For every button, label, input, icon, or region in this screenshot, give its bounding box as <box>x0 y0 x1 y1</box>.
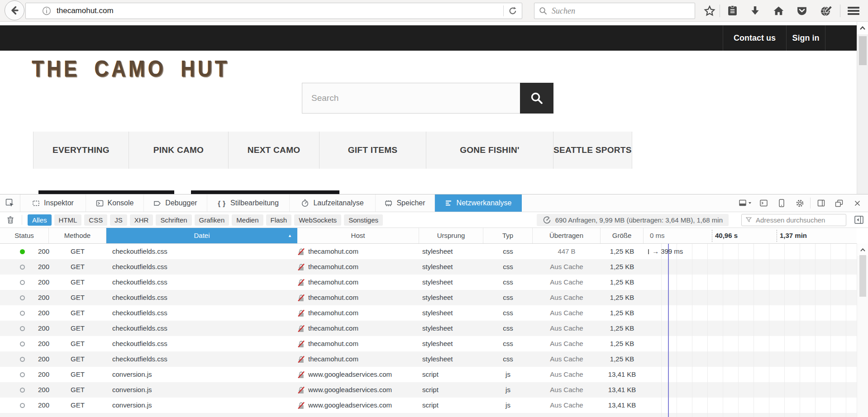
nav-item[interactable]: GONE FISHIN' <box>426 132 553 169</box>
request-filter-input[interactable] <box>755 216 842 224</box>
filter-pill[interactable]: Schriften <box>156 214 191 226</box>
close-devtools-button[interactable] <box>848 194 866 212</box>
request-size: 1,25 KB <box>601 275 644 290</box>
filter-pill[interactable]: Medien <box>232 214 263 226</box>
timeline-divider <box>712 230 712 242</box>
request-transferred: Aus Cache <box>533 413 601 417</box>
home-button[interactable] <box>769 0 787 22</box>
column-header-size[interactable]: Größe <box>601 228 644 243</box>
request-host: thecamohut.com <box>298 305 358 321</box>
filter-pill[interactable]: JS <box>110 214 127 226</box>
site-search-field[interactable] <box>302 83 520 114</box>
column-header-timeline[interactable]: 0 ms 40,96 s 1,37 min <box>644 228 857 243</box>
tab-inspector[interactable]: Inspektor <box>20 194 86 212</box>
filter-pill[interactable]: WebSockets <box>294 214 341 226</box>
url-input[interactable] <box>56 6 503 16</box>
tab-console[interactable]: Konsole <box>86 194 144 212</box>
phone-icon <box>778 199 785 207</box>
request-method: GET <box>49 413 106 417</box>
request-type: css <box>483 321 533 336</box>
nav-item[interactable]: NEXT CAMO <box>228 132 319 169</box>
scroll-up-button[interactable] <box>857 243 868 256</box>
request-transferred: 447 B <box>533 244 601 259</box>
request-host: thecamohut.com <box>298 336 358 351</box>
nav-item[interactable]: EVERYTHING <box>33 132 129 169</box>
pocket-button[interactable] <box>793 0 811 22</box>
tab-performance[interactable]: Laufzeitanalyse <box>290 194 376 212</box>
request-filter-box[interactable] <box>741 214 846 226</box>
tab-style-editor[interactable]: { } Stilbearbeitung <box>207 194 290 212</box>
browser-search-input[interactable] <box>551 6 690 16</box>
nav-item[interactable]: GIFT ITEMS <box>319 132 426 169</box>
scrollbar-thumb[interactable] <box>859 36 867 65</box>
column-header-host[interactable]: Host <box>297 228 419 243</box>
back-button[interactable] <box>5 0 24 20</box>
status-indicator <box>20 413 25 417</box>
nav-item[interactable]: SEATTLE SPORTS <box>553 132 632 169</box>
status-indicator <box>20 336 25 351</box>
scroll-up-button[interactable] <box>857 22 868 34</box>
request-cause: stylesheet <box>422 321 453 336</box>
site-search-input[interactable] <box>302 93 520 104</box>
request-cause: script <box>422 382 439 398</box>
network-summary[interactable]: 690 Anfragen, 9,99 MB (übertragen: 3,64 … <box>537 214 729 226</box>
column-header-cause[interactable]: Ursprung <box>419 228 483 243</box>
site-top-bar: Contact us Sign in <box>0 25 857 51</box>
dock-mode-button[interactable] <box>736 194 754 212</box>
extension-globe-button[interactable] <box>817 0 835 22</box>
url-bar[interactable] <box>25 3 522 19</box>
responsive-design-button[interactable] <box>773 194 791 212</box>
filter-pill[interactable]: Grafiken <box>195 214 229 226</box>
downloads-button[interactable] <box>746 0 764 22</box>
column-header-status[interactable]: Status <box>0 228 49 243</box>
nav-item[interactable]: PINK CAMO <box>129 132 228 169</box>
browser-search-box[interactable] <box>534 3 695 19</box>
status-dot-icon <box>20 249 25 254</box>
bookmarks-menu-button[interactable] <box>723 0 741 22</box>
status-code: 200 <box>38 398 49 413</box>
site-identity-icon[interactable] <box>42 6 51 15</box>
page-content-sliver <box>191 190 339 194</box>
contact-us-link[interactable]: Contact us <box>723 25 786 51</box>
split-console-button[interactable] <box>754 194 773 212</box>
filter-pill[interactable]: HTML <box>54 214 82 226</box>
bookmark-star-button[interactable] <box>701 0 719 22</box>
filter-pill[interactable]: XHR <box>130 214 153 226</box>
reload-button[interactable] <box>504 6 522 15</box>
column-header-type[interactable]: Typ <box>483 228 533 243</box>
sidebar-toggle-button[interactable] <box>812 194 830 212</box>
request-cause: script <box>422 398 439 413</box>
separate-window-button[interactable] <box>830 194 848 212</box>
site-logo[interactable]: THE CAMO HUT <box>32 56 229 81</box>
tab-network[interactable]: Netzwerkanalyse <box>435 194 522 212</box>
tab-debugger[interactable]: Debugger <box>144 194 207 212</box>
status-indicator <box>20 244 25 259</box>
column-header-transferred[interactable]: Übertragen <box>533 228 601 243</box>
request-type: js <box>483 382 533 398</box>
page-scrollbar[interactable] <box>857 22 868 194</box>
menu-button[interactable] <box>844 0 863 22</box>
column-header-file[interactable]: Datei ▲ <box>106 228 297 243</box>
host-name: thecamohut.com <box>308 305 358 321</box>
chevron-up-icon <box>860 248 866 252</box>
column-header-method[interactable]: Methode <box>49 228 106 243</box>
site-nav: EVERYTHING PINK CAMO NEXT CAMO GIFT ITEM… <box>33 132 632 169</box>
site-search-button[interactable] <box>520 83 553 114</box>
request-file: checkoutfields.css <box>112 275 167 290</box>
filter-pill[interactable]: Flash <box>266 214 292 226</box>
toggle-details-pane-button[interactable] <box>854 216 863 224</box>
tab-memory[interactable]: Speicher <box>376 194 435 212</box>
status-indicator <box>20 351 25 367</box>
clear-requests-button[interactable] <box>5 216 16 224</box>
insecure-lock-icon <box>298 355 305 363</box>
status-dot-icon <box>20 403 25 408</box>
filter-pill[interactable]: Sonstiges <box>344 214 383 226</box>
scrollbar-thumb[interactable] <box>859 255 866 297</box>
filter-pill[interactable]: CSS <box>84 214 107 226</box>
devtools-scrollbar[interactable] <box>857 243 868 417</box>
sign-in-link[interactable]: Sign in <box>786 25 825 51</box>
devtools-toolbar-buttons <box>736 194 868 212</box>
filter-pill[interactable]: Alles <box>28 214 52 226</box>
pick-element-button[interactable] <box>0 194 20 212</box>
settings-button[interactable] <box>791 194 809 212</box>
